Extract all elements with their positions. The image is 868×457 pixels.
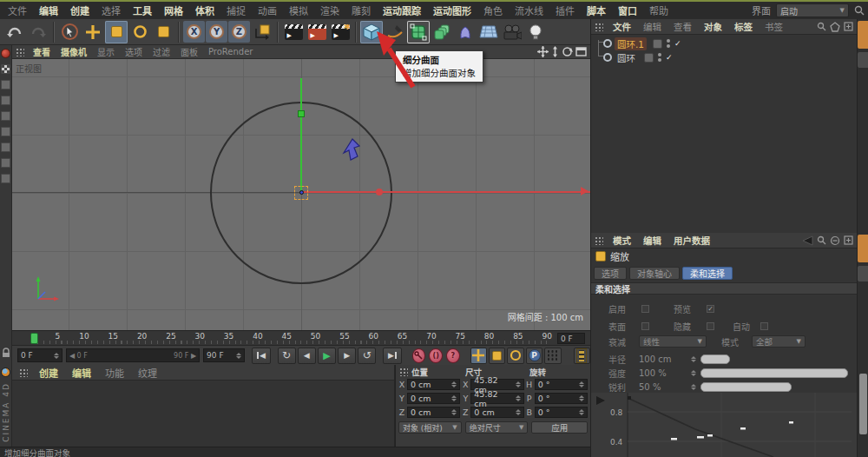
visibility-dots-icon[interactable] bbox=[658, 53, 661, 62]
menu-item[interactable]: 网格 bbox=[158, 3, 189, 17]
environment-button[interactable] bbox=[477, 21, 500, 43]
object-mode-dropdown[interactable]: 对象 (相对)▼ bbox=[398, 421, 462, 434]
size-mode-dropdown[interactable]: 绝对尺寸▼ bbox=[465, 421, 529, 434]
menu-item[interactable]: 捕捉 bbox=[220, 3, 252, 17]
redo-button[interactable] bbox=[27, 21, 49, 43]
viewport-menu-item[interactable]: 摄像机 bbox=[56, 45, 92, 58]
history-back-icon[interactable] bbox=[801, 235, 813, 246]
menu-item[interactable]: 雕刻 bbox=[345, 3, 377, 17]
enabled-check-icon[interactable]: ✓ bbox=[666, 53, 673, 62]
enable-checkbox[interactable] bbox=[641, 305, 649, 313]
menu-item[interactable]: 渲染 bbox=[314, 3, 345, 17]
falloff-dropdown[interactable]: 线性▼ bbox=[639, 335, 707, 348]
record-keyframe-button[interactable] bbox=[412, 348, 426, 363]
undo-button[interactable] bbox=[3, 21, 26, 43]
key-parameter-button[interactable]: P bbox=[526, 348, 542, 364]
object-name[interactable]: 圆环.1 bbox=[615, 37, 647, 50]
panel-grip-icon[interactable] bbox=[399, 368, 408, 376]
apply-button[interactable]: 应用 bbox=[531, 421, 588, 434]
attribute-tab[interactable]: 柔和选择 bbox=[682, 267, 733, 280]
size-field[interactable]: 0 cm bbox=[470, 407, 523, 418]
material-mode-icon[interactable] bbox=[1, 49, 10, 58]
object-menu-item[interactable]: 查看 bbox=[667, 20, 698, 33]
stepper-icon[interactable] bbox=[688, 370, 696, 376]
viewport-canvas[interactable]: 正视图 网格间距 : 100 cm bbox=[12, 59, 590, 330]
render-settings-button[interactable]: ▶✱ bbox=[329, 21, 352, 43]
cloner-button[interactable] bbox=[431, 21, 453, 43]
live-selection-button[interactable] bbox=[58, 21, 81, 43]
new-panel-icon[interactable] bbox=[844, 235, 853, 245]
preview-checkbox[interactable]: ✓ bbox=[707, 305, 714, 313]
search-icon[interactable] bbox=[817, 235, 826, 245]
edges-mode-icon[interactable] bbox=[1, 127, 10, 136]
object-menu-item[interactable]: 书签 bbox=[759, 20, 789, 33]
previous-frame-button[interactable]: ◀ bbox=[298, 348, 316, 364]
toggle-view-icon[interactable] bbox=[575, 47, 587, 56]
timeline-ruler[interactable]: 051015202530354045505560657075808590 0 F bbox=[12, 330, 590, 346]
stepper-icon[interactable] bbox=[449, 395, 457, 401]
rot-field[interactable]: 0 ° bbox=[535, 379, 588, 390]
rotate-tool-button[interactable] bbox=[128, 21, 151, 43]
stepper-icon[interactable] bbox=[513, 381, 521, 387]
texture-mode-icon[interactable] bbox=[1, 64, 10, 74]
points-mode-icon[interactable] bbox=[1, 111, 10, 121]
phong-tag-icon[interactable] bbox=[653, 39, 662, 49]
scale-tool-button[interactable] bbox=[105, 21, 128, 43]
camera-button[interactable] bbox=[501, 21, 523, 43]
stepper-icon[interactable] bbox=[576, 381, 584, 387]
object-menu-item[interactable]: 编辑 bbox=[637, 20, 667, 33]
model-mode-icon[interactable] bbox=[1, 80, 10, 89]
material-menu-item[interactable]: 编辑 bbox=[66, 366, 97, 380]
next-frame-button[interactable]: ▶ bbox=[338, 348, 356, 364]
workplane-mode-icon[interactable] bbox=[1, 174, 10, 183]
lock-circle-icon[interactable] bbox=[830, 235, 840, 246]
material-menu-item[interactable]: 创建 bbox=[33, 366, 64, 380]
stepper-icon[interactable] bbox=[688, 356, 696, 362]
menu-item[interactable]: 工具 bbox=[127, 3, 158, 17]
menu-item[interactable]: 运动跟踪 bbox=[377, 3, 427, 17]
pos-field[interactable]: 0 cm bbox=[407, 393, 460, 404]
rot-field[interactable]: 0 ° bbox=[535, 407, 588, 418]
stepper-icon[interactable] bbox=[513, 409, 521, 415]
key-position-button[interactable] bbox=[470, 348, 487, 364]
size-field[interactable]: 45.82 cm bbox=[470, 393, 523, 404]
key-pla-button[interactable] bbox=[544, 348, 561, 364]
hidden-checkbox[interactable] bbox=[707, 322, 714, 330]
soft-selection-section-header[interactable]: 柔和选择 bbox=[591, 282, 857, 295]
stepper-icon[interactable] bbox=[449, 409, 457, 415]
stepper-icon[interactable] bbox=[576, 409, 584, 415]
play-backwards-loop-button[interactable]: ↻ bbox=[278, 348, 296, 364]
scrollbar-thumb[interactable] bbox=[859, 374, 867, 434]
viewport-menu-item[interactable]: 显示 bbox=[92, 45, 120, 58]
dolly-view-icon[interactable] bbox=[551, 46, 559, 57]
rotate-view-icon[interactable] bbox=[562, 46, 573, 57]
visibility-dots-icon[interactable] bbox=[667, 39, 670, 48]
layout-select[interactable]: 启动 ▼ bbox=[776, 3, 849, 17]
render-picture-viewer-button[interactable]: ▶ bbox=[306, 21, 328, 43]
menu-item[interactable]: 窗口 bbox=[612, 3, 643, 17]
pan-view-icon[interactable] bbox=[537, 46, 549, 57]
panel-grip-icon[interactable] bbox=[595, 236, 603, 245]
attribute-tab[interactable]: 选项 bbox=[594, 267, 627, 280]
enabled-check-icon[interactable]: ✓ bbox=[674, 39, 681, 48]
layout-tab[interactable] bbox=[858, 52, 868, 68]
x-axis-scale-handle[interactable] bbox=[376, 189, 383, 195]
viewport-menu-item[interactable]: 过滤 bbox=[148, 45, 175, 58]
strength-slider[interactable] bbox=[700, 368, 848, 378]
viewport-menu-item[interactable]: 选项 bbox=[120, 45, 148, 58]
animation-mode-icon[interactable] bbox=[1, 158, 10, 168]
pos-field[interactable]: 0 cm bbox=[407, 379, 460, 390]
stepper-icon[interactable] bbox=[449, 381, 457, 387]
menu-item[interactable]: 模拟 bbox=[283, 3, 314, 17]
rot-field[interactable]: 0 ° bbox=[535, 393, 588, 404]
attribute-layout-tab-active[interactable] bbox=[858, 235, 868, 262]
key-rotation-button[interactable] bbox=[507, 348, 523, 364]
y-axis-scale-handle[interactable] bbox=[298, 110, 305, 117]
sharpness-slider[interactable] bbox=[700, 382, 792, 392]
pentagon-filter-icon[interactable] bbox=[830, 22, 840, 32]
add-layer-icon[interactable] bbox=[844, 22, 853, 31]
strength-value[interactable]: 100 % bbox=[639, 368, 667, 378]
attribute-menu-item[interactable]: 编辑 bbox=[637, 234, 667, 247]
surface-checkbox[interactable] bbox=[641, 322, 649, 330]
search-icon[interactable] bbox=[817, 22, 826, 31]
